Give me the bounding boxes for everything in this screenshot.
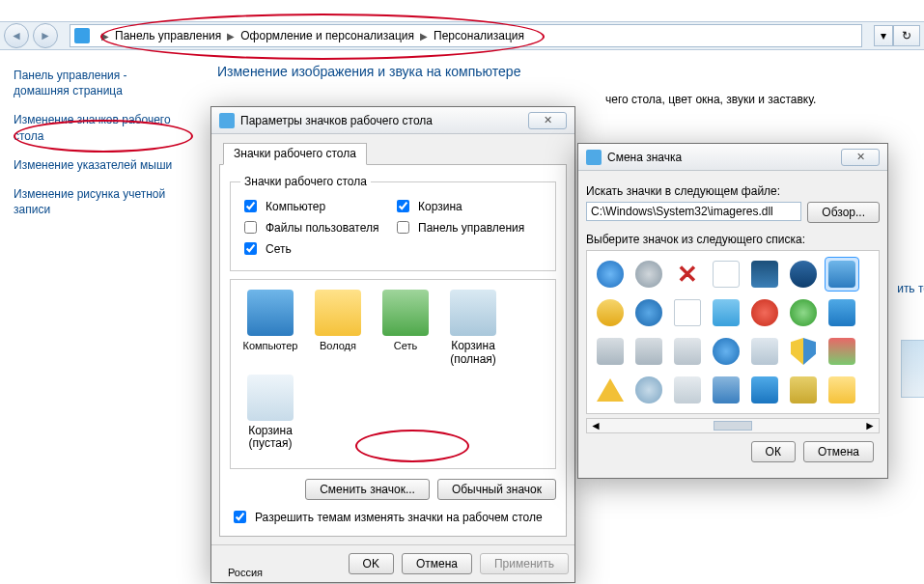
icon-label: Володя (304, 340, 372, 352)
desktop-icon-settings-dialog: Параметры значков рабочего стола ✕ Значк… (210, 106, 575, 583)
search-icon[interactable] (747, 334, 782, 369)
drive2-icon[interactable] (631, 334, 666, 369)
checkbox-allow-themes[interactable]: Разрешить темам изменять значки на рабоч… (230, 508, 556, 526)
checkbox-input[interactable] (244, 242, 257, 255)
sidebar-link-home[interactable]: Панель управления - домашняя страница (14, 68, 184, 98)
truncated-link[interactable]: ить те (897, 282, 924, 295)
folder2-icon[interactable] (670, 373, 705, 407)
recycle-empty-icon (247, 375, 294, 421)
checkbox-control-panel[interactable]: Панель управления (393, 218, 546, 236)
close-button[interactable]: ✕ (841, 149, 880, 166)
chevron-right-icon: ▶ (227, 31, 235, 42)
cancel-button[interactable]: Отмена (402, 553, 472, 574)
desktop-icon-user-folder[interactable]: Володя (304, 290, 372, 367)
sidebar-link-mouse-pointers[interactable]: Изменение указателей мыши (14, 157, 184, 173)
select-label: Выберите значок из следующего списка: (586, 233, 880, 246)
breadcrumb[interactable]: ▶ Панель управления ▶ Оформление и персо… (70, 24, 862, 47)
window-icon[interactable] (747, 373, 782, 407)
key-icon[interactable] (593, 295, 628, 330)
computer-icon[interactable] (825, 257, 859, 292)
browse-button[interactable]: Обзор... (807, 202, 880, 223)
checkbox-network[interactable]: Сеть (240, 239, 393, 258)
sidebar-link-account-picture[interactable]: Изменение рисунка учетной записи (14, 186, 184, 217)
checkbox-label: Разрешить темам изменять значки на рабоч… (255, 511, 543, 524)
search-label: Искать значки в следующем файле: (586, 184, 880, 198)
monitor-icon[interactable] (747, 257, 782, 292)
shield-icon[interactable] (786, 334, 821, 369)
scrollbar-thumb[interactable] (714, 421, 752, 431)
printer-icon[interactable] (670, 334, 705, 369)
location-icon (74, 28, 90, 43)
sidebar-link-desktop-icons[interactable]: Изменение значков рабочего стола (14, 112, 184, 143)
delete-x-icon[interactable]: ✕ (670, 257, 705, 292)
display-icon[interactable] (709, 295, 743, 330)
dialog-icon (586, 150, 602, 165)
question-icon[interactable] (709, 334, 743, 369)
app-icon[interactable] (825, 334, 859, 369)
breadcrumb-appearance[interactable]: Оформление и персонализация (240, 29, 414, 42)
icon-path-input[interactable] (586, 202, 801, 221)
cancel-button[interactable]: Отмена (803, 441, 874, 462)
checkbox-label: Файлы пользователя (266, 221, 378, 235)
checkbox-input[interactable] (244, 221, 257, 234)
icon-grid[interactable]: ✕ (586, 250, 880, 414)
checkbox-label: Панель управления (418, 221, 524, 235)
info-icon[interactable] (593, 257, 628, 292)
apply-button[interactable]: Применить (480, 553, 569, 574)
panel-icon[interactable] (709, 373, 743, 407)
close-button[interactable]: ✕ (528, 112, 567, 129)
checkbox-label: Корзина (418, 200, 462, 213)
check-icon[interactable] (786, 295, 821, 330)
screen-icon[interactable] (825, 295, 859, 330)
users-icon[interactable] (631, 373, 666, 407)
folder3-icon[interactable] (825, 373, 859, 407)
checkbox-input[interactable] (234, 511, 246, 523)
desktop-icon-network[interactable]: Сеть (372, 290, 439, 367)
region-label: Россия (228, 567, 263, 578)
sidebar-label: домашняя страница (14, 83, 184, 98)
computer-icon (247, 290, 294, 336)
drive-icon[interactable] (593, 334, 628, 369)
horizontal-scrollbar[interactable]: ◄ ► (586, 418, 880, 433)
document-icon[interactable] (709, 257, 743, 292)
refresh-button[interactable]: ↻ (893, 25, 920, 46)
sidebar-label: записи (14, 202, 184, 217)
breadcrumb-control-panel[interactable]: Панель управления (115, 29, 221, 42)
ok-button[interactable]: ОК (751, 441, 796, 462)
address-dropdown-button[interactable]: ▾ (874, 25, 893, 46)
misc-icon[interactable] (786, 373, 821, 407)
nav-forward-button[interactable]: ► (33, 23, 58, 48)
sidebar-label: стола (14, 128, 184, 144)
checkbox-user-files[interactable]: Файлы пользователя (240, 218, 393, 236)
folder-icon (315, 290, 361, 336)
desktop-icon-computer[interactable]: Компьютер (237, 290, 304, 367)
desktop-icon-recycle-empty[interactable]: Корзина(пустая) (237, 375, 304, 452)
content-subtext: чего стола, цвет окна, звуки и заставку. (605, 93, 816, 106)
page-icon[interactable] (670, 295, 705, 330)
sidebar-label: Изменение значков рабочего (14, 112, 184, 127)
error-icon[interactable] (747, 295, 782, 330)
dialog-titlebar[interactable]: Параметры значков рабочего стола ✕ (211, 107, 574, 134)
help-icon[interactable] (631, 295, 666, 330)
change-icon-button[interactable]: Сменить значок... (305, 479, 430, 500)
desktop-icon-recycle-full[interactable]: Корзина(полная) (439, 290, 507, 367)
checkbox-input[interactable] (244, 200, 257, 212)
nav-back-button[interactable]: ◄ (4, 23, 29, 48)
warning-icon[interactable] (593, 373, 628, 407)
dialog-titlebar[interactable]: Смена значка ✕ (578, 144, 887, 171)
checkbox-input[interactable] (397, 200, 409, 212)
disc-icon[interactable] (631, 257, 666, 292)
theme-thumbnail-partial (901, 340, 924, 398)
change-icon-dialog: Смена значка ✕ Искать значки в следующем… (577, 143, 888, 479)
network-icon (382, 290, 429, 336)
address-bar: ◄ ► ▶ Панель управления ▶ Оформление и п… (0, 21, 924, 50)
ok-button[interactable]: OK (349, 553, 394, 574)
checkbox-recycle-bin[interactable]: Корзина (393, 197, 546, 215)
icon-label: Корзина(полная) (439, 340, 507, 367)
checkbox-input[interactable] (397, 221, 409, 234)
checkbox-computer[interactable]: Компьютер (240, 197, 393, 215)
default-icon-button[interactable]: Обычный значок (437, 479, 556, 500)
lock-icon[interactable] (786, 257, 821, 292)
breadcrumb-personalization[interactable]: Персонализация (434, 29, 524, 42)
tab-desktop-icons[interactable]: Значки рабочего стола (223, 143, 367, 165)
